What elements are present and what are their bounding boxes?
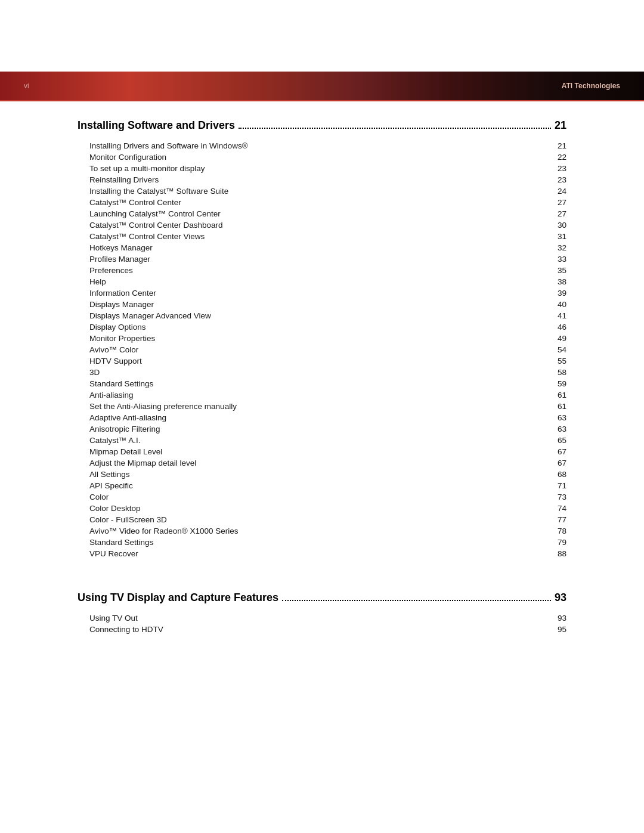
toc-entry: VPU Recover 88 — [78, 548, 566, 559]
entry-page: 61 — [543, 402, 566, 411]
entry-label: Catalyst™ Control Center Dashboard — [78, 221, 543, 230]
entry-page: 93 — [543, 614, 566, 623]
entry-page: 31 — [543, 232, 566, 241]
toc-entry: Adjust the Mipmap detail level 67 — [78, 457, 566, 469]
toc-entries-tv-display: Using TV Out 93 Connecting to HDTV 95 — [78, 612, 566, 635]
entry-label: Adjust the Mipmap detail level — [78, 459, 543, 467]
entry-page: 35 — [543, 266, 566, 275]
entry-page: 54 — [543, 345, 566, 354]
entry-label: VPU Recover — [78, 549, 543, 558]
entry-label: Installing Drivers and Software in Windo… — [78, 141, 543, 150]
entry-label: Anisotropic Filtering — [78, 425, 543, 433]
entry-label: Standard Settings — [78, 379, 543, 388]
entry-page: 74 — [543, 504, 566, 513]
toc-entry: Preferences 35 — [78, 265, 566, 276]
entry-page: 22 — [543, 153, 566, 162]
toc-entry-information-center: Information Center 39 — [78, 287, 566, 299]
entry-page: 32 — [543, 243, 566, 252]
toc-entry: Using TV Out 93 — [78, 612, 566, 624]
toc-entry: All Settings 68 — [78, 469, 566, 480]
entry-page: 40 — [543, 300, 566, 309]
toc-entry: To set up a multi-monitor display 23 — [78, 163, 566, 174]
section-tv-display: Using TV Display and Capture Features 93… — [78, 592, 566, 635]
toc-entry: Color Desktop 74 — [78, 503, 566, 514]
entry-page: 68 — [543, 470, 566, 479]
toc-entry: Anti-aliasing 61 — [78, 389, 566, 401]
entry-label: Display Options — [78, 323, 543, 332]
entry-label: Avivo™ Video for Radeon® X1000 Series — [78, 527, 543, 535]
toc-entry: Catalyst™ A.I. 65 — [78, 435, 566, 446]
toc-entry: Catalyst™ Control Center 27 — [78, 197, 566, 208]
toc-entry: Set the Anti-Aliasing preference manuall… — [78, 401, 566, 412]
section-page-tv-display: 93 — [555, 592, 566, 604]
entry-page: 95 — [543, 625, 566, 634]
entry-label: Connecting to HDTV — [78, 625, 543, 634]
entry-page: 78 — [543, 527, 566, 535]
toc-content: Installing Software and Drivers 21 Insta… — [78, 119, 566, 637]
toc-entry: Avivo™ Video for Radeon® X1000 Series 78 — [78, 525, 566, 537]
toc-entry: Catalyst™ Control Center Views 31 — [78, 231, 566, 242]
toc-entry: Help 38 — [78, 276, 566, 287]
entry-page: 73 — [543, 493, 566, 501]
entry-page: 33 — [543, 255, 566, 264]
entry-label: Catalyst™ Control Center Views — [78, 232, 543, 241]
toc-entry: Mipmap Detail Level 67 — [78, 446, 566, 457]
toc-entry: Display Options 46 — [78, 321, 566, 333]
entry-label: Adaptive Anti-aliasing — [78, 413, 543, 422]
entry-label: Color — [78, 493, 543, 501]
entry-label: Displays Manager — [78, 300, 543, 309]
toc-entry: Launching Catalyst™ Control Center 27 — [78, 208, 566, 219]
entry-label: Avivo™ Color — [78, 345, 543, 354]
toc-entry: Connecting to HDTV 95 — [78, 624, 566, 635]
entry-label-information-center: Information Center — [78, 289, 543, 298]
toc-entry: Monitor Configuration 22 — [78, 151, 566, 163]
toc-entry-profiles-manager: Profiles Manager 33 — [78, 253, 566, 265]
entry-page: 59 — [543, 379, 566, 388]
entry-label: Reinstalling Drivers — [78, 175, 543, 184]
entry-label: Mipmap Detail Level — [78, 447, 543, 456]
section-title-installing: Installing Software and Drivers — [78, 119, 235, 132]
section-title-tv-display: Using TV Display and Capture Features — [78, 592, 278, 604]
header-company-name: ATI Technologies — [562, 82, 620, 90]
entry-label-profiles-manager: Profiles Manager — [78, 255, 543, 264]
entry-page: 46 — [543, 323, 566, 332]
entry-page: 67 — [543, 459, 566, 467]
entry-label: API Specific — [78, 481, 543, 490]
toc-entry: Installing the Catalyst™ Software Suite … — [78, 185, 566, 197]
page: vi ATI Technologies Installing Software … — [0, 0, 644, 833]
entry-page: 63 — [543, 413, 566, 422]
dots-installing — [239, 128, 551, 129]
entry-page: 39 — [543, 289, 566, 298]
entry-page: 23 — [543, 164, 566, 173]
toc-entry: Installing Drivers and Software in Windo… — [78, 140, 566, 151]
entry-page: 49 — [543, 334, 566, 343]
entry-page: 30 — [543, 221, 566, 230]
header-divider — [0, 100, 644, 101]
entry-page: 23 — [543, 175, 566, 184]
toc-entry: API Specific 71 — [78, 480, 566, 491]
entry-label: Catalyst™ A.I. — [78, 436, 543, 445]
entry-page: 88 — [543, 549, 566, 558]
entry-label: To set up a multi-monitor display — [78, 164, 543, 173]
entry-page: 21 — [543, 141, 566, 150]
toc-entry: Anisotropic Filtering 63 — [78, 423, 566, 435]
entry-label: Set the Anti-Aliasing preference manuall… — [78, 402, 543, 411]
entry-label: Hotkeys Manager — [78, 243, 543, 252]
toc-entry: 3D 58 — [78, 367, 566, 378]
entry-page: 61 — [543, 391, 566, 400]
entry-label: Catalyst™ Control Center — [78, 198, 543, 207]
entry-page: 71 — [543, 481, 566, 490]
entry-page: 63 — [543, 425, 566, 433]
entry-page: 67 — [543, 447, 566, 456]
toc-entry: Color - FullScreen 3D 77 — [78, 514, 566, 525]
toc-entry: Displays Manager Advanced View 41 — [78, 310, 566, 321]
entry-label: Color Desktop — [78, 504, 543, 513]
dots-tv-display — [282, 600, 551, 601]
toc-entry: Catalyst™ Control Center Dashboard 30 — [78, 219, 566, 231]
entry-label: Monitor Properties — [78, 334, 543, 343]
section-page-installing: 21 — [555, 119, 566, 132]
toc-entry: Monitor Properties 49 — [78, 333, 566, 344]
entry-page: 38 — [543, 277, 566, 286]
entry-label: 3D — [78, 368, 543, 377]
section-heading-tv-display: Using TV Display and Capture Features 93 — [78, 592, 566, 604]
